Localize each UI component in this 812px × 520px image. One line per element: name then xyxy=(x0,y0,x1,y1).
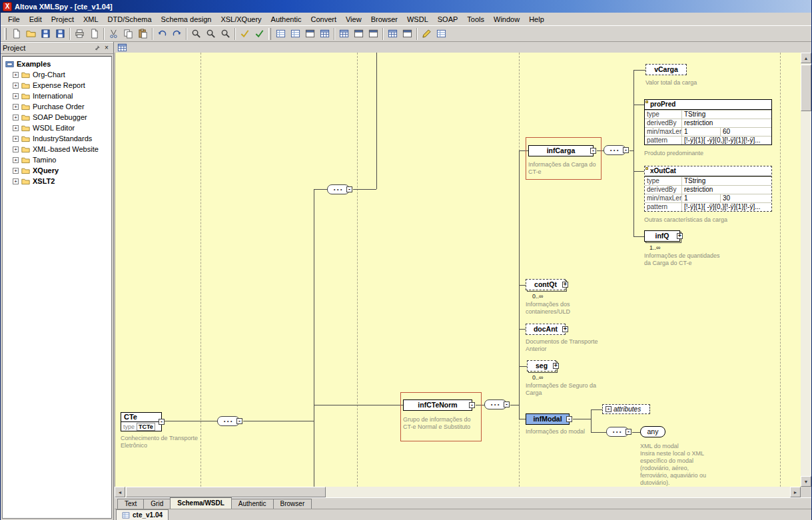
expand-icon[interactable] xyxy=(13,168,19,174)
menu-item[interactable]: Edit xyxy=(25,13,47,25)
pin-icon[interactable] xyxy=(93,44,102,53)
collapse-all-icon[interactable] xyxy=(317,27,332,41)
element-infcarga[interactable]: infCarga xyxy=(528,145,594,156)
find-next-icon[interactable] xyxy=(203,27,218,41)
database-query-icon[interactable] xyxy=(434,27,448,41)
element-infmodal[interactable]: infModal xyxy=(526,413,570,425)
menu-item[interactable]: XML xyxy=(79,13,103,25)
attribute-helper-icon[interactable] xyxy=(385,27,400,41)
save-all-icon[interactable] xyxy=(53,27,67,41)
collapse-toggle-icon[interactable] xyxy=(346,186,352,192)
menu-item[interactable]: Browser xyxy=(366,13,402,25)
menu-item[interactable]: SOAP xyxy=(433,13,463,25)
expand-icon[interactable] xyxy=(13,178,19,184)
assign-schema-icon[interactable] xyxy=(273,27,288,41)
vertical-scrollbar[interactable]: ▲ ▼ xyxy=(801,53,811,487)
tree-item[interactable]: XSLT2 xyxy=(5,176,111,186)
view-tab[interactable]: Schema/WSDL xyxy=(170,497,232,509)
open-file-icon[interactable] xyxy=(23,27,38,41)
validate-icon[interactable] xyxy=(252,27,266,41)
element-xoutcat[interactable]: xOutCat typeTString derivedByrestriction… xyxy=(644,166,772,212)
print-preview-icon[interactable] xyxy=(87,27,101,41)
schema-display-icon[interactable] xyxy=(116,43,128,53)
element-helper-icon[interactable] xyxy=(366,27,380,41)
scroll-left-icon[interactable]: ◄ xyxy=(115,487,125,497)
expand-toggle-icon[interactable] xyxy=(677,233,683,239)
schema-diagram[interactable]: CTe type TCTe Conhecimento de Transporte… xyxy=(115,53,801,487)
element-infctenorm[interactable]: infCTeNorm xyxy=(403,399,472,411)
save-file-icon[interactable] xyxy=(38,27,53,41)
edit-definition-icon[interactable] xyxy=(419,27,434,41)
view-tab[interactable]: Text xyxy=(117,499,144,509)
element-any[interactable]: any xyxy=(640,426,665,437)
check-well-formed-icon[interactable] xyxy=(237,27,252,41)
scroll-up-icon[interactable]: ▲ xyxy=(801,53,811,63)
tree-item[interactable]: Expense Report xyxy=(5,80,111,91)
menu-item[interactable]: Project xyxy=(47,13,79,25)
menu-item[interactable]: Tools xyxy=(462,13,489,25)
tree-root-examples[interactable]: Examples xyxy=(5,59,111,69)
menu-item[interactable]: Authentic xyxy=(266,13,306,25)
redo-icon[interactable] xyxy=(169,27,184,41)
expand-toggle-icon[interactable] xyxy=(553,363,559,369)
expand-toggle-icon[interactable] xyxy=(606,406,611,412)
sequence-compositor[interactable] xyxy=(604,145,626,155)
menu-item[interactable]: Help xyxy=(524,13,549,25)
collapse-toggle-icon[interactable] xyxy=(469,402,475,408)
schema-settings-icon[interactable] xyxy=(351,27,366,41)
attributes-box[interactable]: attributes xyxy=(602,404,650,414)
element-seg[interactable]: seg xyxy=(527,360,556,372)
expand-icon[interactable] xyxy=(13,115,19,121)
menu-item[interactable]: View xyxy=(341,13,366,25)
paste-icon[interactable] xyxy=(135,27,150,41)
element-contqt[interactable]: contQt xyxy=(526,279,566,290)
tree-item[interactable]: IndustryStandards xyxy=(5,133,111,144)
toolbar-grip[interactable] xyxy=(4,28,7,40)
expand-toggle-icon[interactable] xyxy=(562,326,568,332)
element-propred[interactable]: proPred typeTString derivedByrestriction… xyxy=(644,99,772,145)
expand-icon[interactable] xyxy=(13,104,19,110)
tree-item[interactable]: XQuery xyxy=(5,165,111,176)
tree-item[interactable]: International xyxy=(5,91,111,101)
collapse-toggle-icon[interactable] xyxy=(159,419,165,425)
menu-item[interactable]: DTD/Schema xyxy=(103,13,157,25)
close-icon[interactable]: × xyxy=(102,44,111,53)
expand-all-icon[interactable] xyxy=(302,27,317,41)
expand-icon[interactable] xyxy=(13,72,19,78)
sequence-compositor[interactable] xyxy=(217,416,240,426)
print-icon[interactable] xyxy=(72,27,87,41)
collapse-toggle-icon[interactable] xyxy=(504,401,510,407)
undo-icon[interactable] xyxy=(155,27,169,41)
expand-icon[interactable] xyxy=(13,136,19,142)
copy-icon[interactable] xyxy=(121,27,135,41)
collapse-toggle-icon[interactable] xyxy=(590,148,596,154)
tree-item[interactable]: SOAP Debugger xyxy=(5,112,111,123)
menu-item[interactable]: Convert xyxy=(306,13,341,25)
new-document-icon[interactable] xyxy=(9,27,23,41)
view-tab[interactable]: Authentic xyxy=(231,499,274,509)
collapse-toggle-icon[interactable] xyxy=(625,429,631,435)
go-to-definition-icon[interactable] xyxy=(288,27,302,41)
collapse-toggle-icon[interactable] xyxy=(236,418,242,424)
replace-icon[interactable] xyxy=(218,27,232,41)
tree-item[interactable]: Tamino xyxy=(5,154,111,165)
find-icon[interactable] xyxy=(189,27,203,41)
expand-icon[interactable] xyxy=(13,93,19,99)
sequence-compositor[interactable] xyxy=(327,184,350,194)
expand-icon[interactable] xyxy=(13,157,19,163)
tree-item[interactable]: Org-Chart xyxy=(5,69,111,80)
vertical-scroll-thumb[interactable] xyxy=(801,65,811,111)
view-tab[interactable]: Grid xyxy=(143,499,171,509)
horizontal-scrollbar[interactable]: ◄ ► xyxy=(115,487,801,497)
toolbar-grip[interactable] xyxy=(268,28,271,40)
collapse-toggle-icon[interactable] xyxy=(566,416,572,422)
menu-item[interactable]: WSDL xyxy=(402,13,433,25)
sequence-compositor[interactable] xyxy=(484,399,507,409)
collapse-toggle-icon[interactable] xyxy=(623,147,629,153)
sequence-compositor[interactable] xyxy=(606,427,629,437)
tree-item[interactable]: Purchase Order xyxy=(5,101,111,112)
element-docant[interactable]: docAnt xyxy=(526,324,566,335)
expand-icon[interactable] xyxy=(13,83,19,89)
tree-item[interactable]: XML-based Website xyxy=(5,144,111,154)
scroll-down-icon[interactable]: ▼ xyxy=(801,476,811,487)
